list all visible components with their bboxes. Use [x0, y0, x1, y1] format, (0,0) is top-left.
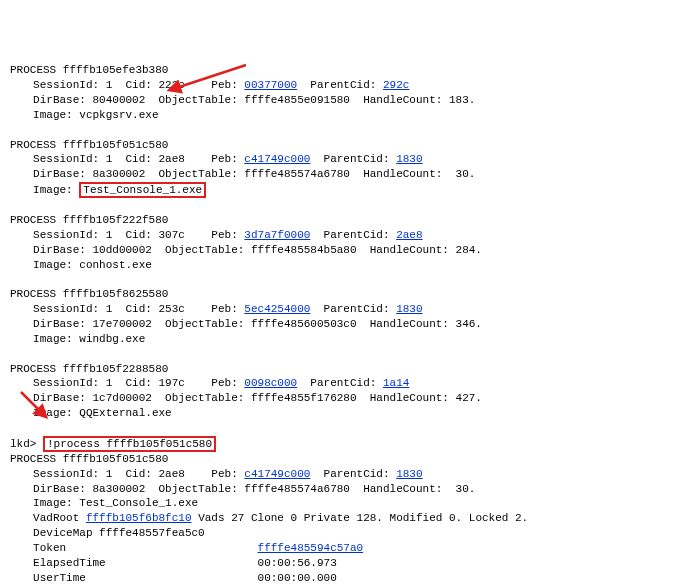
- parent-cid-link[interactable]: 1830: [396, 153, 422, 165]
- session-info: SessionId: 1 Cid: 2ae8 Peb:: [33, 153, 244, 165]
- session-info: SessionId: 1 Cid: 253c Peb:: [33, 303, 244, 315]
- image-line: Image: windbg.exe: [33, 333, 145, 345]
- parent-cid-link[interactable]: 292c: [383, 79, 409, 91]
- token-link[interactable]: ffffe485594c57a0: [258, 542, 364, 554]
- parent-cid-link[interactable]: 1830: [396, 468, 422, 480]
- dirbase-line: DirBase: 8a300002 ObjectTable: ffffe4855…: [33, 168, 475, 180]
- dirbase-line: DirBase: 10dd00002 ObjectTable: ffffe485…: [33, 244, 482, 256]
- peb-link[interactable]: 3d7a7f0000: [244, 229, 310, 241]
- token-label: Token: [33, 542, 257, 554]
- parent-cid-link[interactable]: 2ae8: [396, 229, 422, 241]
- peb-link[interactable]: c41749c000: [244, 153, 310, 165]
- process-header: PROCESS ffffb105f2288580: [10, 363, 168, 375]
- image-line: Image: conhost.exe: [33, 259, 152, 271]
- image-name-boxed: Test_Console_1.exe: [79, 182, 206, 198]
- process-header: PROCESS ffffb105f051c580: [10, 453, 168, 465]
- dirbase-line: DirBase: 80400002 ObjectTable: ffffe4855…: [33, 94, 475, 106]
- session-info: SessionId: 1 Cid: 307c Peb:: [33, 229, 244, 241]
- vadroot-link[interactable]: ffffb105f6b8fc10: [86, 512, 192, 524]
- command-boxed[interactable]: !process ffffb105f051c580: [43, 436, 216, 452]
- dirbase-line: DirBase: 8a300002 ObjectTable: ffffe4855…: [33, 483, 475, 495]
- devicemap-line: DeviceMap ffffe48557fea5c0: [33, 527, 205, 539]
- session-info: SessionId: 1 Cid: 2ae8 Peb:: [33, 468, 244, 480]
- detail-value: 00:00:00.000: [258, 572, 337, 584]
- peb-link[interactable]: c41749c000: [244, 468, 310, 480]
- parent-cid-link[interactable]: 1a14: [383, 377, 409, 389]
- process-header: PROCESS ffffb105f8625580: [10, 288, 168, 300]
- debugger-output: PROCESS ffffb105efe3b380 SessionId: 1 Ci…: [10, 63, 687, 585]
- detail-key: UserTime: [33, 572, 257, 584]
- image-line: Image: QQExternal.exe: [33, 407, 172, 419]
- peb-link[interactable]: 5ec4254000: [244, 303, 310, 315]
- session-info: SessionId: 1 Cid: 223c Peb:: [33, 79, 244, 91]
- image-line: Image: vcpkgsrv.exe: [33, 109, 158, 121]
- peb-link[interactable]: 00377000: [244, 79, 297, 91]
- process-header: PROCESS ffffb105efe3b380: [10, 64, 168, 76]
- prompt: lkd>: [10, 438, 43, 450]
- peb-link[interactable]: 0098c000: [244, 377, 297, 389]
- dirbase-line: DirBase: 1c7d00002 ObjectTable: ffffe485…: [33, 392, 482, 404]
- session-info: SessionId: 1 Cid: 197c Peb:: [33, 377, 244, 389]
- detail-value: 00:00:56.973: [258, 557, 337, 569]
- process-header: PROCESS ffffb105f051c580: [10, 139, 168, 151]
- image-line: Image: Test_Console_1.exe: [33, 497, 198, 509]
- dirbase-line: DirBase: 17e700002 ObjectTable: ffffe485…: [33, 318, 482, 330]
- parent-cid-link[interactable]: 1830: [396, 303, 422, 315]
- detail-key: ElapsedTime: [33, 557, 257, 569]
- process-header: PROCESS ffffb105f222f580: [10, 214, 168, 226]
